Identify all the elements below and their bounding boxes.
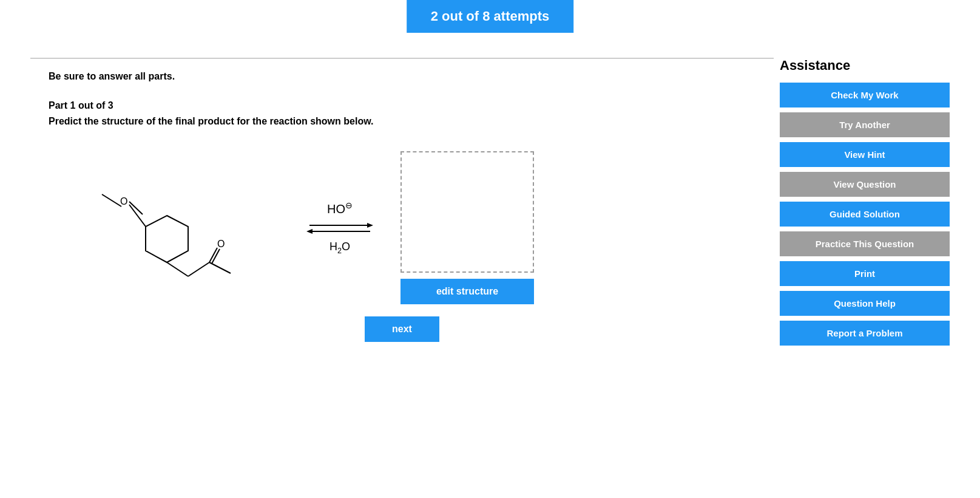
reactant-molecule: O O: [49, 161, 279, 295]
edit-structure-button[interactable]: edit structure: [400, 279, 534, 304]
reaction-arrow-area: HO⊖ H2O: [303, 200, 376, 254]
question-text: Predict the structure of the final produ…: [49, 116, 755, 127]
equilibrium-arrow: [303, 219, 376, 237]
svg-marker-3: [146, 216, 188, 262]
assist-btn-3[interactable]: View Question: [780, 172, 950, 197]
svg-line-6: [188, 262, 209, 276]
attempts-banner: 2 out of 8 attempts: [407, 0, 574, 33]
answer-box: [400, 151, 534, 273]
answer-box-area: edit structure: [400, 151, 534, 304]
svg-line-4: [129, 205, 146, 227]
reagents-label: HO⊖: [327, 200, 353, 216]
assist-btn-1[interactable]: Try Another: [780, 112, 950, 137]
chemistry-area: O O HO⊖: [49, 151, 755, 304]
assist-btn-8[interactable]: Report a Problem: [780, 321, 950, 346]
assist-btn-2[interactable]: View Hint: [780, 142, 950, 167]
main-content: Be sure to answer all parts. Part 1 out …: [30, 58, 774, 498]
assist-btn-7[interactable]: Question Help: [780, 291, 950, 316]
svg-text:O: O: [120, 196, 127, 206]
svg-line-0: [102, 194, 121, 206]
svg-marker-14: [306, 229, 313, 234]
assist-btn-6[interactable]: Print: [780, 261, 950, 286]
svg-marker-12: [367, 223, 373, 228]
svg-line-10: [209, 262, 231, 273]
svg-line-5: [167, 262, 188, 276]
next-button[interactable]: next: [365, 316, 439, 342]
next-btn-area: next: [49, 316, 755, 342]
assistance-buttons: Check My WorkTry AnotherView HintView Qu…: [780, 83, 950, 346]
water-label: H2O: [329, 240, 350, 255]
svg-text:O: O: [217, 239, 225, 249]
assistance-title: Assistance: [780, 58, 950, 73]
assist-btn-0[interactable]: Check My Work: [780, 83, 950, 107]
instruction-text: Be sure to answer all parts.: [49, 71, 755, 82]
assist-btn-4[interactable]: Guided Solution: [780, 202, 950, 227]
assistance-panel: Assistance Check My WorkTry AnotherView …: [780, 58, 950, 350]
assist-btn-5[interactable]: Practice This Question: [780, 231, 950, 256]
part-label: Part 1 out of 3: [49, 100, 755, 111]
